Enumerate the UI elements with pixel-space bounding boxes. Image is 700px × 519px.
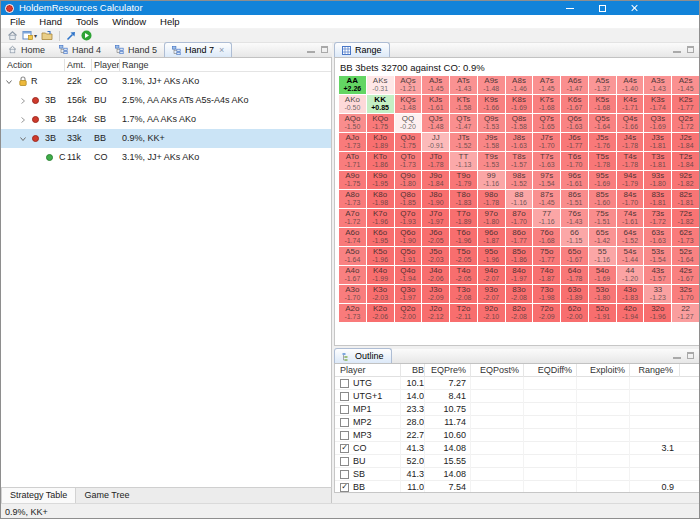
- tree-row-3b-bu[interactable]: 3B156kBU2.5%, AA AKs ATs A5s-A4s AKo: [1, 91, 331, 110]
- tree-row-3b-sb[interactable]: 3B124kSB1.7%, AA AKs AKo: [1, 110, 331, 129]
- outline-col-eqpre[interactable]: EQPre%: [425, 364, 471, 377]
- range-cell-82s[interactable]: 82s-1.81: [672, 190, 699, 208]
- range-cell-Q4s[interactable]: Q4s-1.66: [617, 114, 644, 132]
- checkbox-co[interactable]: ✓: [340, 444, 349, 453]
- range-cell-53s[interactable]: 53s-1.54: [644, 247, 671, 265]
- range-cell-83s[interactable]: 83s-1.81: [644, 190, 671, 208]
- close-button[interactable]: [618, 1, 650, 15]
- range-cell-87s[interactable]: 87s-1.45: [533, 190, 560, 208]
- range-cell-A2o[interactable]: A2o-1.73: [339, 304, 366, 322]
- outline-row-mp2[interactable]: MP228.011.74: [335, 416, 699, 429]
- range-cell-T2s[interactable]: T2s-1.84: [672, 152, 699, 170]
- range-cell-ATo[interactable]: ATo-1.71: [339, 152, 366, 170]
- range-cell-64s[interactable]: 64s-1.52: [617, 228, 644, 246]
- range-cell-96s[interactable]: 96s-1.61: [561, 171, 588, 189]
- column-header-amt[interactable]: Amt.: [67, 58, 86, 72]
- range-cell-Q9s[interactable]: Q9s-1.53: [478, 114, 505, 132]
- range-cell-A4s[interactable]: A4s-1.40: [617, 76, 644, 94]
- range-cell-84s[interactable]: 84s-1.70: [617, 190, 644, 208]
- range-cell-42s[interactable]: 42s-1.67: [672, 266, 699, 284]
- range-cell-A3o[interactable]: A3o-1.70: [339, 285, 366, 303]
- range-cell-A7o[interactable]: A7o-1.72: [339, 209, 366, 227]
- range-cell-T9o[interactable]: T9o-1.79: [450, 171, 477, 189]
- range-cell-AA[interactable]: AA+2.26: [339, 76, 366, 94]
- range-cell-KJo[interactable]: KJo-1.89: [367, 133, 394, 151]
- outline-col-range[interactable]: Range%: [630, 364, 680, 377]
- range-cell-A4o[interactable]: A4o-1.67: [339, 266, 366, 284]
- tab-hand-5[interactable]: Hand 5: [108, 42, 164, 57]
- range-cell-J4o[interactable]: J4o-2.06: [422, 266, 449, 284]
- range-cell-62o[interactable]: 62o-2.00: [561, 304, 588, 322]
- range-cell-J3o[interactable]: J3o-2.09: [422, 285, 449, 303]
- range-cell-74s[interactable]: 74s-1.61: [617, 209, 644, 227]
- checkbox-bb[interactable]: ✓: [340, 483, 349, 492]
- range-cell-Q6o[interactable]: Q6o-1.90: [395, 228, 422, 246]
- range-cell-K4s[interactable]: K4s-1.71: [617, 95, 644, 113]
- range-cell-T8s[interactable]: T8s-1.57: [506, 152, 533, 170]
- menu-window[interactable]: Window: [105, 15, 153, 29]
- range-cell-94o[interactable]: 94o-2.07: [478, 266, 505, 284]
- outline-col-bb[interactable]: BB: [401, 364, 425, 377]
- range-cell-73o[interactable]: 73o-1.98: [533, 285, 560, 303]
- range-cell-A7s[interactable]: A7s-1.45: [533, 76, 560, 94]
- range-cell-JJ[interactable]: JJ-0.91: [422, 133, 449, 151]
- range-cell-Q2s[interactable]: Q2s-1.72: [672, 114, 699, 132]
- range-cell-43s[interactable]: 43s-1.57: [644, 266, 671, 284]
- checkbox-mp3[interactable]: [340, 431, 349, 440]
- range-cell-T3o[interactable]: T3o-2.08: [450, 285, 477, 303]
- tree-row-r-co[interactable]: R22kCO3.1%, JJ+ AKs AKo: [1, 72, 331, 91]
- range-cell-72o[interactable]: 72o-2.09: [533, 304, 560, 322]
- tab-hand-4[interactable]: Hand 4: [52, 42, 108, 57]
- range-cell-K4o[interactable]: K4o-1.99: [367, 266, 394, 284]
- range-cell-Q5s[interactable]: Q5s-1.64: [589, 114, 616, 132]
- range-cell-QTo[interactable]: QTo-1.73: [395, 152, 422, 170]
- range-cell-76o[interactable]: 76o-1.68: [533, 228, 560, 246]
- range-cell-76s[interactable]: 76s-1.43: [561, 209, 588, 227]
- outline-maximize-icon[interactable]: [687, 352, 694, 359]
- outline-col-eqpost[interactable]: EQPost%: [471, 364, 524, 377]
- menu-help[interactable]: Help: [153, 15, 187, 29]
- range-cell-K2s[interactable]: K2s-1.77: [672, 95, 699, 113]
- range-cell-65s[interactable]: 65s-1.42: [589, 228, 616, 246]
- publish-button[interactable]: [64, 29, 79, 42]
- expand-closed-icon[interactable]: [19, 91, 27, 105]
- range-cell-T4s[interactable]: T4s-1.78: [617, 152, 644, 170]
- range-cell-Q6s[interactable]: Q6s-1.63: [561, 114, 588, 132]
- range-cell-75o[interactable]: 75o-1.77: [533, 247, 560, 265]
- new-hand-dropdown-icon[interactable]: ▾: [34, 32, 37, 39]
- outline-row-co[interactable]: ✓CO41.314.083.1: [335, 442, 699, 455]
- range-cell-92o[interactable]: 92o-2.10: [478, 304, 505, 322]
- range-cell-97s[interactable]: 97s-1.54: [533, 171, 560, 189]
- range-cell-JTo[interactable]: JTo-1.78: [422, 152, 449, 170]
- range-cell-T9s[interactable]: T9s-1.53: [478, 152, 505, 170]
- range-maximize-icon[interactable]: [687, 46, 694, 53]
- range-cell-J8o[interactable]: J8o-1.90: [422, 190, 449, 208]
- outline-col-exploit[interactable]: Exploit%: [577, 364, 630, 377]
- range-cell-TT[interactable]: TT-1.13: [450, 152, 477, 170]
- range-cell-AQo[interactable]: AQo-1.50: [339, 114, 366, 132]
- range-cell-AJs[interactable]: AJs-1.45: [422, 76, 449, 94]
- range-cell-88[interactable]: 88-1.16: [506, 190, 533, 208]
- range-cell-93o[interactable]: 93o-2.07: [478, 285, 505, 303]
- range-cell-73s[interactable]: 73s-1.72: [644, 209, 671, 227]
- range-cell-T2o[interactable]: T2o-2.11: [450, 304, 477, 322]
- range-cell-T7s[interactable]: T7s-1.63: [533, 152, 560, 170]
- range-cell-85o[interactable]: 85o-1.86: [506, 247, 533, 265]
- range-cell-T8o[interactable]: T8o-1.83: [450, 190, 477, 208]
- range-cell-KQo[interactable]: KQo-1.75: [367, 114, 394, 132]
- range-cell-65o[interactable]: 65o-1.67: [561, 247, 588, 265]
- outline-row-bb[interactable]: ✓BB11.07.540.9: [335, 481, 699, 493]
- tree-row-c-co[interactable]: C11kCO3.1%, JJ+ AKs AKo: [1, 148, 331, 167]
- range-cell-K9s[interactable]: K9s-1.66: [478, 95, 505, 113]
- range-cell-A5o[interactable]: A5o-1.64: [339, 247, 366, 265]
- range-cell-72s[interactable]: 72s-1.82: [672, 209, 699, 227]
- range-cell-J4s[interactable]: J4s-1.78: [617, 133, 644, 151]
- range-cell-98o[interactable]: 98o-1.78: [478, 190, 505, 208]
- range-cell-95s[interactable]: 95s-1.69: [589, 171, 616, 189]
- range-cell-Q7o[interactable]: Q7o-1.93: [395, 209, 422, 227]
- tab-strategy-table[interactable]: Strategy Table: [1, 488, 76, 503]
- range-cell-A3s[interactable]: A3s-1.43: [644, 76, 671, 94]
- range-cell-J5o[interactable]: J5o-2.03: [422, 247, 449, 265]
- range-cell-K3o[interactable]: K3o-2.03: [367, 285, 394, 303]
- maximize-button[interactable]: [586, 1, 618, 15]
